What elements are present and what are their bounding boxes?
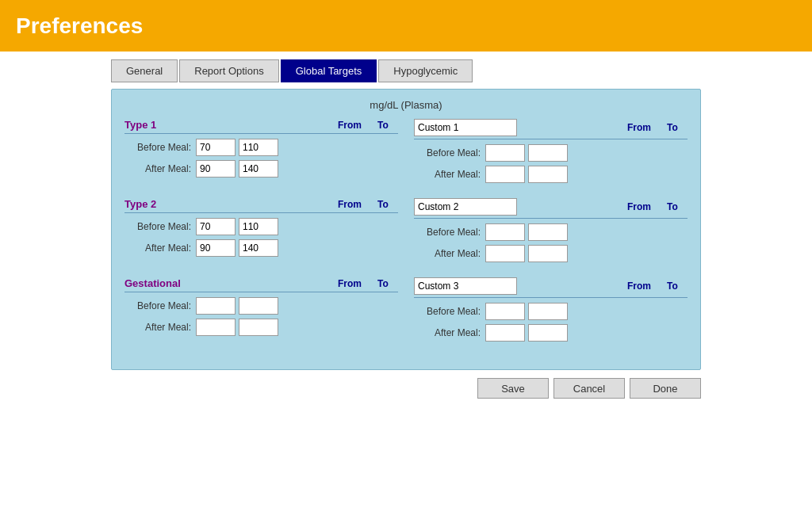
type1-after-meal-to-input[interactable] (239, 160, 278, 178)
gestational-header: Gestational From To (124, 277, 398, 292)
gestational-before-meal-label: Before Meal: (124, 300, 196, 311)
gestational-after-meal-label: After Meal: (124, 322, 196, 333)
custom3-before-meal-label: Before Meal: (414, 306, 485, 317)
save-button[interactable]: Save (477, 378, 549, 399)
type1-before-meal-row: Before Meal: (124, 139, 398, 156)
custom3-header: From To (414, 277, 688, 298)
footer-buttons: Save Cancel Done (0, 378, 812, 399)
type2-before-meal-to-input[interactable] (239, 218, 278, 235)
type2-before-meal-from-input[interactable] (196, 218, 236, 235)
custom3-to-label: To (657, 281, 688, 292)
type1-after-meal-row: After Meal: (124, 160, 398, 178)
type1-to-label: To (368, 120, 398, 131)
custom1-after-meal-label: After Meal: (414, 169, 485, 180)
custom1-after-meal-from-input[interactable] (485, 166, 525, 183)
gestational-after-meal-from-input[interactable] (196, 319, 236, 336)
main-panel: mg/dL (Plasma) Type 1 From To Before Mea… (111, 89, 701, 370)
gestational-before-meal-row: Before Meal: (124, 297, 398, 315)
custom3-before-meal-from-input[interactable] (485, 303, 525, 320)
type1-from-label: From (335, 120, 365, 131)
app-title: Preferences (16, 13, 143, 39)
custom2-after-meal-label: After Meal: (414, 248, 485, 259)
unit-label: mg/dL (Plasma) (124, 99, 688, 111)
custom3-from-label: From (624, 281, 654, 292)
custom2-from-label: From (624, 201, 654, 212)
type1-after-meal-label: After Meal: (124, 163, 196, 174)
tab-global-targets[interactable]: Global Targets (281, 59, 377, 82)
custom1-to-label: To (657, 122, 688, 133)
custom2-after-meal-to-input[interactable] (528, 245, 568, 262)
custom2-after-meal-row: After Meal: (414, 245, 688, 262)
custom2-to-label: To (657, 201, 688, 212)
type1-section: Type 1 From To Before Meal: After Meal: (124, 119, 398, 187)
custom1-section: From To Before Meal: After Meal: (414, 119, 688, 187)
gestational-title: Gestational (124, 277, 196, 289)
done-button[interactable]: Done (630, 378, 701, 399)
custom1-from-label: From (624, 122, 654, 133)
type1-header: Type 1 From To (124, 119, 398, 134)
custom3-before-meal-to-input[interactable] (528, 303, 568, 320)
type2-after-meal-to-input[interactable] (239, 239, 278, 257)
custom3-after-meal-label: After Meal: (414, 327, 485, 338)
custom3-before-meal-row: Before Meal: (414, 303, 688, 320)
custom1-before-meal-to-input[interactable] (528, 144, 568, 162)
custom1-name-input[interactable] (414, 119, 517, 136)
gestational-before-meal-to-input[interactable] (239, 297, 278, 315)
type2-title: Type 2 (124, 198, 196, 210)
custom3-after-meal-to-input[interactable] (528, 324, 568, 342)
custom1-after-meal-to-input[interactable] (528, 166, 568, 183)
custom2-after-meal-from-input[interactable] (485, 245, 525, 262)
custom2-header: From To (414, 198, 688, 219)
custom3-section: From To Before Meal: After Meal: (414, 277, 688, 345)
custom2-before-meal-label: Before Meal: (414, 227, 485, 238)
type1-before-meal-to-input[interactable] (239, 139, 278, 156)
type1-before-meal-from-input[interactable] (196, 139, 236, 156)
tab-report-options[interactable]: Report Options (179, 59, 278, 82)
custom3-after-meal-from-input[interactable] (485, 324, 525, 342)
type2-after-meal-row: After Meal: (124, 239, 398, 257)
type1-after-meal-from-input[interactable] (196, 160, 236, 178)
type1-title: Type 1 (124, 119, 196, 131)
cancel-button[interactable]: Cancel (553, 378, 625, 399)
tab-general[interactable]: General (111, 59, 178, 82)
app-header: Preferences (0, 0, 812, 52)
type2-from-label: From (335, 199, 365, 210)
custom1-before-meal-from-input[interactable] (485, 144, 525, 162)
tab-hypoglycemic[interactable]: Hypoglycemic (378, 59, 473, 82)
custom1-before-meal-row: Before Meal: (414, 144, 688, 162)
gestational-to-label: To (368, 278, 398, 289)
type2-section: Type 2 From To Before Meal: After Meal: (124, 198, 398, 266)
custom2-before-meal-row: Before Meal: (414, 223, 688, 241)
custom3-after-meal-row: After Meal: (414, 324, 688, 342)
type2-after-meal-from-input[interactable] (196, 239, 236, 257)
gestational-before-meal-from-input[interactable] (196, 297, 236, 315)
gestational-after-meal-to-input[interactable] (239, 319, 278, 336)
custom2-name-input[interactable] (414, 198, 517, 216)
custom1-after-meal-row: After Meal: (414, 166, 688, 183)
type2-before-meal-row: Before Meal: (124, 218, 398, 235)
type2-to-label: To (368, 199, 398, 210)
gestational-section: Gestational From To Before Meal: After M… (124, 277, 398, 345)
custom1-header: From To (414, 119, 688, 139)
type1-before-meal-label: Before Meal: (124, 142, 196, 153)
type2-after-meal-label: After Meal: (124, 242, 196, 254)
gestational-after-meal-row: After Meal: (124, 319, 398, 336)
tab-bar: General Report Options Global Targets Hy… (0, 52, 812, 82)
custom2-section: From To Before Meal: After Meal: (414, 198, 688, 266)
custom2-before-meal-to-input[interactable] (528, 223, 568, 241)
type2-header: Type 2 From To (124, 198, 398, 213)
sections-grid: Type 1 From To Before Meal: After Meal: … (124, 119, 688, 357)
type2-before-meal-label: Before Meal: (124, 221, 196, 232)
gestational-from-label: From (335, 278, 365, 289)
custom2-before-meal-from-input[interactable] (485, 223, 525, 241)
custom3-name-input[interactable] (414, 277, 517, 295)
custom1-before-meal-label: Before Meal: (414, 147, 485, 158)
